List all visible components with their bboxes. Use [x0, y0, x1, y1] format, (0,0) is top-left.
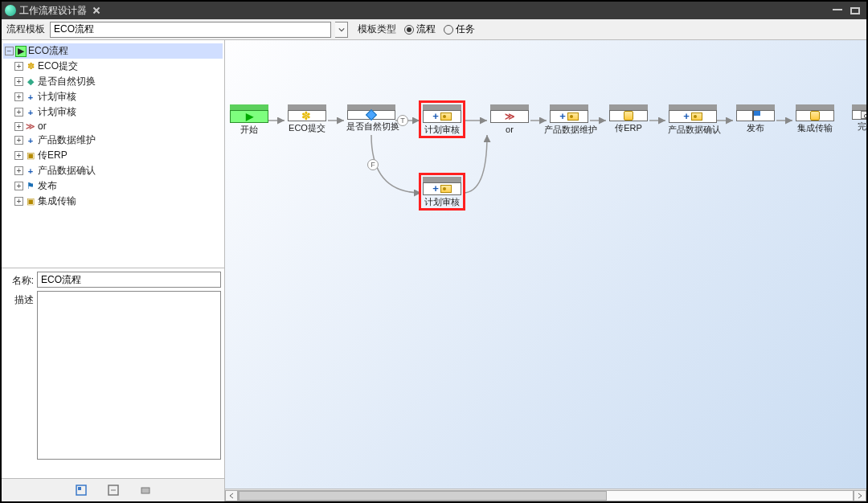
- node-is-natural[interactable]: 是否自然切换: [347, 104, 395, 131]
- window-title: 工作流程设计器: [19, 4, 87, 18]
- tree-item-label: 计划审核: [38, 90, 76, 104]
- expander-icon[interactable]: +: [14, 92, 23, 101]
- node-or[interactable]: ≫ or: [490, 104, 529, 134]
- expander-icon[interactable]: +: [14, 151, 23, 160]
- name-input[interactable]: [37, 272, 221, 288]
- tree-item[interactable]: ++产品数据维护: [3, 133, 223, 148]
- svg-rect-4: [141, 488, 149, 493]
- tree-item[interactable]: +▣传ERP: [3, 148, 223, 163]
- tool-icon-2[interactable]: [106, 483, 121, 497]
- node-is-natural-label: 是否自然切换: [346, 121, 396, 131]
- plus-icon: +: [559, 111, 566, 122]
- finish-icon: [861, 111, 866, 119]
- left-pane: − ▶ ECO流程 +✽ECO提交+◆是否自然切换++计划审核++计划审核+≫o…: [2, 40, 225, 501]
- tree-item[interactable]: +◆是否自然切换: [3, 74, 223, 89]
- tree-item-label: 产品数据维护: [38, 133, 96, 147]
- tree-item-label: ECO提交: [38, 59, 78, 73]
- tree-item[interactable]: +⚑发布: [3, 178, 223, 194]
- node-product-confirm[interactable]: + 产品数据确认: [669, 104, 717, 134]
- expander-icon[interactable]: +: [14, 197, 23, 206]
- expander-icon[interactable]: +: [14, 122, 23, 131]
- radio-task-indicator: [444, 25, 453, 35]
- node-plan-review-2[interactable]: + 计划审核: [423, 177, 461, 207]
- workflow-canvas[interactable]: T F ▶ 开始 ECO提交 是否自然切换 + 计划审核: [225, 40, 866, 501]
- tree-root[interactable]: − ▶ ECO流程: [3, 43, 223, 59]
- tool-icon-1[interactable]: [74, 483, 88, 497]
- node-finish[interactable]: 完成: [852, 104, 866, 131]
- node-plan-review[interactable]: + 计划审核: [423, 104, 461, 134]
- template-input[interactable]: [50, 22, 331, 38]
- node-plan-review-label: 计划审核: [424, 125, 460, 134]
- svg-rect-1: [78, 487, 81, 490]
- template-label: 流程模板: [6, 22, 45, 36]
- scroll-right-button[interactable]: [854, 490, 866, 501]
- node-finish-label: 完成: [858, 121, 866, 131]
- app-icon: [5, 5, 16, 16]
- expander-icon[interactable]: +: [14, 77, 23, 86]
- tree-item[interactable]: +▣集成传输: [3, 194, 223, 209]
- branch-false-label: F: [367, 159, 379, 170]
- radio-flow-label: 流程: [416, 22, 436, 36]
- node-start-label: 开始: [240, 125, 258, 134]
- name-label: 名称:: [5, 272, 34, 288]
- radio-flow[interactable]: 流程: [404, 22, 436, 36]
- toolbar: 流程模板 模板类型 流程 任务: [2, 19, 866, 40]
- tree-item-label: 发布: [38, 179, 57, 193]
- tree-item-label: 计划审核: [38, 105, 76, 119]
- app-window: 工作流程设计器 流程模板 模板类型 流程 任务 − ▶: [0, 0, 868, 503]
- node-or-label: or: [506, 125, 514, 134]
- plus-icon: +: [432, 183, 439, 194]
- tree-item[interactable]: +≫or: [3, 120, 223, 133]
- canvas-wrap: T F ▶ 开始 ECO提交 是否自然切换 + 计划审核: [225, 40, 866, 501]
- start-node-icon: ▶: [15, 46, 27, 57]
- node-to-erp-label: 传ERP: [615, 123, 642, 133]
- properties-panel: 名称: 描述: [2, 268, 224, 479]
- tree-item[interactable]: ++计划审核: [3, 104, 223, 120]
- desc-textarea[interactable]: [37, 291, 221, 460]
- template-dropdown-button[interactable]: [335, 22, 348, 38]
- expander-icon[interactable]: −: [5, 47, 14, 55]
- node-start[interactable]: ▶ 开始: [230, 104, 268, 134]
- scroll-left-button[interactable]: [225, 490, 238, 501]
- node-product-maint-label: 产品数据维护: [544, 125, 594, 134]
- radio-task[interactable]: 任务: [444, 22, 475, 36]
- expander-icon[interactable]: +: [14, 62, 23, 71]
- doc-icon: [440, 112, 452, 121]
- tree-item[interactable]: +✽ECO提交: [3, 59, 223, 74]
- node-eco-submit[interactable]: ECO提交: [288, 104, 326, 133]
- minimize-button[interactable]: [833, 9, 842, 12]
- expander-icon[interactable]: +: [14, 182, 23, 190]
- radio-task-label: 任务: [456, 22, 475, 36]
- expander-icon[interactable]: +: [14, 108, 23, 117]
- scroll-track[interactable]: [238, 490, 854, 501]
- scroll-thumb[interactable]: [239, 491, 607, 501]
- type-label: 模板类型: [358, 22, 396, 36]
- tree-item[interactable]: ++产品数据确认: [3, 163, 223, 178]
- or-icon: ≫: [505, 111, 515, 122]
- plus-icon: +: [683, 111, 690, 122]
- maximize-button[interactable]: [850, 7, 860, 14]
- tree-view[interactable]: − ▶ ECO流程 +✽ECO提交+◆是否自然切换++计划审核++计划审核+≫o…: [2, 40, 224, 268]
- plus-icon: +: [432, 111, 439, 122]
- tree-item[interactable]: ++计划审核: [3, 89, 223, 104]
- doc-icon: [440, 185, 452, 193]
- node-product-maint[interactable]: + 产品数据维护: [550, 104, 588, 134]
- expander-icon[interactable]: +: [14, 136, 23, 145]
- horizontal-scrollbar[interactable]: [225, 489, 866, 501]
- tab-close-icon[interactable]: [93, 7, 100, 14]
- tree-item-label: 传ERP: [38, 149, 68, 162]
- tree-item-label: or: [38, 121, 47, 132]
- node-product-confirm-label: 产品数据确认: [668, 125, 718, 134]
- radio-flow-indicator: [404, 25, 414, 35]
- window-controls: [833, 7, 863, 14]
- expander-icon[interactable]: +: [14, 166, 23, 175]
- db-icon: [810, 111, 820, 121]
- node-integration-label: 集成传输: [797, 123, 833, 133]
- tool-icon-3[interactable]: [138, 483, 153, 497]
- node-to-erp[interactable]: 传ERP: [609, 104, 648, 133]
- node-plan-review-2-label: 计划审核: [424, 197, 460, 207]
- node-publish[interactable]: 发布: [736, 104, 775, 133]
- flag-icon: [751, 111, 760, 121]
- node-integration[interactable]: 集成传输: [796, 104, 834, 133]
- tree-item-label: 是否自然切换: [38, 75, 96, 88]
